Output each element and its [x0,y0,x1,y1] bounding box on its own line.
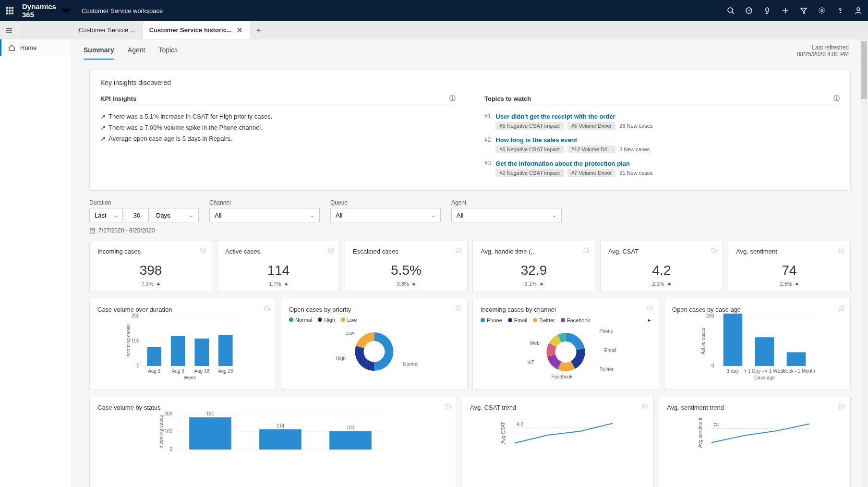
nav-home[interactable]: Home [0,39,72,56]
svg-text:4.2: 4.2 [517,422,523,427]
tab-customer-service[interactable]: Customer Service ... [72,21,143,39]
kpi-insights-header: KPI insights [100,95,136,102]
info-icon[interactable]: ⓘ [647,305,653,313]
svg-rect-53 [329,431,372,450]
info-icon[interactable]: ⓘ [839,305,844,313]
chart-avg-csat-trend: Avg. CSAT trendⓘ Avg CSAT4.2 [462,397,654,487]
topic-tag: #5 Negative CSAT impact [495,122,564,130]
svg-text:Normal: Normal [403,362,419,367]
agent-select[interactable]: All⌄ [451,208,562,222]
close-icon[interactable]: ✕ [237,26,243,35]
kpi-tile: Incoming cases ⓘ 398 7.3% [89,241,212,292]
kpi-delta: 7.3% [97,281,204,287]
filters-row: Duration Last⌄ 30 Days⌄ 7/27/2020 - 8/25… [89,199,860,234]
site-menu-toggle[interactable] [0,21,18,39]
svg-text:Aug 23: Aug 23 [218,368,233,374]
add-icon[interactable] [782,7,789,14]
duration-rel-select[interactable]: Last⌄ [89,208,123,222]
chart-case-volume-duration: Case volume over durationⓘ 0100200Aug 2A… [89,299,276,390]
kpi-tile: Escalated cases ⓘ 5.5% 3.3% [345,241,468,292]
kpi-insight-row: ↗There was a 7.00% volume spike in the P… [100,122,456,133]
tab-topics[interactable]: Topics [158,46,178,60]
svg-text:High: High [336,356,346,361]
global-navbar: Dynamics 365 Customer Service workspace [0,0,868,21]
channel-select[interactable]: All⌄ [209,208,320,222]
main-content: Summary Agent Topics Key insights discov… [72,39,868,487]
kpi-title: Escalated cases [353,248,459,255]
info-icon[interactable]: ⓘ [200,247,206,255]
info-icon[interactable]: ⓘ [839,403,844,411]
app-launcher-icon[interactable] [6,7,13,14]
legend-more-icon[interactable]: ▸ [648,317,651,323]
svg-text:Avg sentiment: Avg sentiment [698,417,703,448]
app-name[interactable]: Dynamics 365 [22,2,73,19]
duration-num-input[interactable]: 30 [125,208,149,222]
info-icon[interactable]: ⓘ [328,247,334,255]
svg-text:Aug 9: Aug 9 [172,368,185,374]
topic-link[interactable]: How long is the sales event [495,136,840,144]
gear-icon[interactable] [818,7,826,14]
info-icon[interactable]: ⓘ [711,247,717,255]
filter-agent: Agent All⌄ [451,199,562,234]
svg-text:Low: Low [346,330,355,336]
help-icon[interactable] [836,7,844,14]
svg-text:IoT: IoT [528,360,534,365]
info-icon[interactable]: ⓘ [449,94,456,103]
svg-rect-51 [259,429,301,450]
info-icon[interactable]: ⓘ [456,247,461,255]
svg-text:Incoming cases: Incoming cases [126,324,131,357]
queue-select[interactable]: All⌄ [330,208,441,222]
info-icon[interactable]: ⓘ [456,305,461,313]
kpi-title: Active cases [225,248,332,255]
key-insights-card: Key insights discovered KPI insightsⓘ ↗T… [89,70,851,191]
svg-text:Facebook: Facebook [552,374,573,379]
scrollbar-thumb[interactable] [861,41,867,99]
profile-icon[interactable] [855,7,862,14]
tab-agent[interactable]: Agent [128,46,145,60]
svg-point-4 [857,8,860,11]
info-icon[interactable]: ⓘ [583,247,589,255]
navbar-actions [727,7,862,14]
topic-new-cases: 21 New cases [619,170,652,176]
topics-column: Topics to watchⓘ #1 User didn't get the … [484,94,840,182]
filter-duration: Duration Last⌄ 30 Days⌄ 7/27/2020 - 8/25… [89,199,199,234]
svg-text:1 Week - 1 Month: 1 Week - 1 Month [777,368,815,374]
tab-summary[interactable]: Summary [84,46,114,60]
topic-tag: #7 Volume Driver [567,169,615,177]
info-icon[interactable]: ⓘ [833,94,840,103]
legend-item: Normal [289,317,312,323]
info-icon[interactable]: ⓘ [264,305,270,313]
svg-text:100: 100 [164,429,172,434]
svg-text:Twitter: Twitter [600,367,614,372]
info-icon[interactable]: ⓘ [839,247,844,255]
topic-tag: #2 Negative CSAT impact [495,169,564,177]
tab-customer-service-historic[interactable]: Customer Service historic... ✕ [143,21,250,39]
filter-icon[interactable] [800,7,808,14]
legend-item: Low [341,317,357,323]
report-tabs: Summary Agent Topics [80,39,860,60]
svg-text:74: 74 [713,423,719,428]
filter-channel: Channel All⌄ [209,199,320,234]
duration-unit-select[interactable]: Days⌄ [151,208,199,222]
chart-legend: PhoneEmailTwitterFacebook▸ [481,317,651,323]
lightbulb-icon[interactable] [763,7,771,14]
svg-text:200: 200 [132,313,140,318]
svg-text:181: 181 [206,411,215,416]
charts-row-1: Case volume over durationⓘ 0100200Aug 2A… [89,299,851,390]
topic-link[interactable]: Get the information about the protection… [495,160,840,167]
info-icon[interactable]: ⓘ [642,403,648,411]
topic-link[interactable]: User didn't get the receipt with the ord… [495,113,840,120]
svg-text:200: 200 [164,411,172,416]
kpi-value: 398 [97,263,204,278]
target-icon[interactable] [745,7,753,14]
svg-text:Incoming cases: Incoming cases [158,415,164,448]
topic-tag: #5 Volume Driver [567,122,615,130]
legend-item: Email [508,317,528,323]
search-icon[interactable] [727,7,735,14]
vertical-scrollbar[interactable] [861,39,867,487]
svg-text:1 day: 1 day [727,368,738,374]
info-icon[interactable]: ⓘ [445,403,451,411]
kpi-tiles-row: Incoming cases ⓘ 398 7.3%Active cases ⓘ … [89,241,851,292]
home-icon [8,44,15,51]
add-tab-button[interactable]: ＋ [250,21,267,39]
